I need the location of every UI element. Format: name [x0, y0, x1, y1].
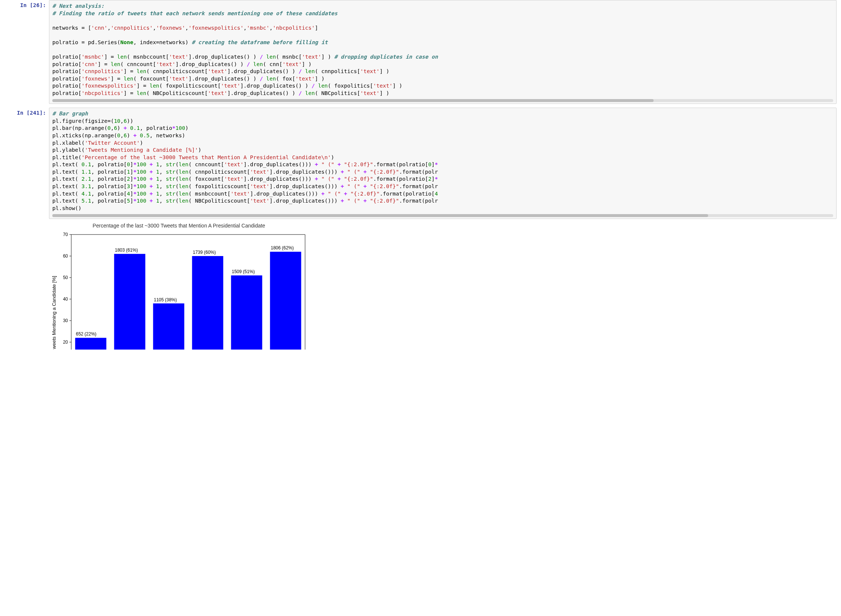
chart-output: Percentage of the last ~3000 Tweets that… — [49, 223, 309, 349]
svg-rect-18 — [114, 254, 145, 349]
svg-text:652 (22%): 652 (22%) — [76, 332, 97, 337]
code-input-area[interactable]: # Next analysis: # Finding the ratio of … — [49, 0, 837, 104]
cell-prompt: In [26]: — [4, 0, 49, 104]
svg-text:weets Mentioning a Candidate [: weets Mentioning a Candidate [%] — [51, 276, 57, 349]
notebook: In [26]: # Next analysis: # Finding the … — [0, 0, 841, 354]
svg-rect-22 — [192, 256, 223, 349]
output-prompt — [4, 223, 49, 349]
svg-rect-16 — [75, 338, 107, 350]
svg-text:50: 50 — [63, 275, 68, 280]
code-input-area[interactable]: # Bar graph pl.figure(figsize=(10,6)) pl… — [49, 108, 837, 219]
svg-rect-20 — [153, 304, 185, 349]
svg-text:1739 (60%): 1739 (60%) — [193, 250, 216, 255]
svg-text:1806 (62%): 1806 (62%) — [271, 246, 294, 251]
chart-title: Percentage of the last ~3000 Tweets that… — [49, 223, 309, 229]
code-text[interactable]: # Next analysis: # Finding the ratio of … — [52, 3, 833, 97]
bar-chart: 203040506070weets Mentioning a Candidate… — [49, 231, 309, 349]
svg-text:60: 60 — [63, 254, 68, 259]
scrollbar-thumb[interactable] — [52, 214, 708, 217]
svg-text:20: 20 — [63, 340, 68, 345]
svg-text:30: 30 — [63, 318, 68, 323]
cell-prompt: In [241]: — [4, 108, 49, 219]
svg-text:1105 (38%): 1105 (38%) — [154, 297, 177, 302]
scrollbar-thumb[interactable] — [52, 99, 653, 102]
svg-text:1803 (61%): 1803 (61%) — [115, 248, 138, 253]
horizontal-scrollbar[interactable] — [52, 214, 833, 217]
svg-text:70: 70 — [63, 232, 68, 237]
svg-text:1509 (51%): 1509 (51%) — [232, 269, 255, 274]
svg-rect-24 — [231, 275, 263, 349]
horizontal-scrollbar[interactable] — [52, 99, 833, 102]
code-cell-241: In [241]: # Bar graph pl.figure(figsize=… — [4, 108, 837, 219]
code-cell-26: In [26]: # Next analysis: # Finding the … — [4, 0, 837, 104]
cell-output: Percentage of the last ~3000 Tweets that… — [4, 223, 837, 349]
svg-rect-26 — [270, 252, 301, 350]
code-text[interactable]: # Bar graph pl.figure(figsize=(10,6)) pl… — [52, 110, 833, 212]
svg-text:40: 40 — [63, 296, 68, 302]
